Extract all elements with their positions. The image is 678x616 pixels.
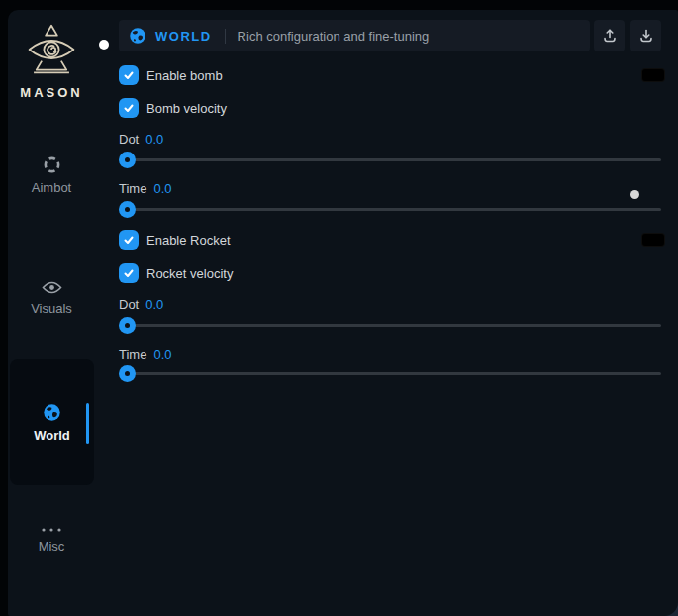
slider-label-rocket-dot: Dot 0.0 (119, 297, 665, 311)
sidebar-item-label: Aimbot (32, 180, 71, 195)
rocket-dot-slider[interactable] (119, 317, 661, 334)
bomb-time-slider[interactable] (119, 201, 661, 218)
page-title: WORLD (155, 29, 212, 44)
page-subtitle: Rich configuration and fine-tuning (238, 29, 430, 44)
slider-name: Time (119, 181, 146, 196)
setting-row-enable-rocket: Enable Rocket (119, 230, 665, 250)
slider-name: Dot (119, 132, 139, 147)
ellipsis-icon (41, 527, 62, 533)
mason-eye-pyramid-icon (23, 24, 80, 75)
brand-logo: MASON (8, 24, 95, 100)
slider-track[interactable] (119, 324, 661, 327)
crosshair-icon (43, 155, 61, 174)
bomb-dot-slider[interactable] (119, 152, 661, 168)
sidebar: MASON Aimbot Visuals World (8, 10, 111, 616)
slider-value: 0.0 (145, 297, 163, 312)
sidebar-item-world[interactable]: World (10, 359, 94, 485)
checkmark-icon (123, 267, 135, 279)
globe-icon (129, 27, 146, 45)
upload-icon (602, 28, 618, 44)
rocket-color-swatch[interactable] (641, 233, 665, 247)
slider-thumb[interactable] (119, 317, 136, 334)
sidebar-item-visuals[interactable]: Visuals (8, 280, 95, 316)
active-tab-indicator (86, 403, 89, 444)
sidebar-item-label: Visuals (31, 301, 72, 316)
page-header: WORLD Rich configuration and fine-tuning (119, 20, 665, 51)
enable-rocket-checkbox[interactable] (119, 230, 139, 250)
slider-track[interactable] (119, 158, 661, 161)
setting-row-bomb-velocity: Bomb velocity (119, 98, 665, 118)
bomb-color-swatch[interactable] (641, 68, 665, 82)
checkbox-label: Bomb velocity (146, 101, 227, 116)
mason-menu-window: MASON Aimbot Visuals World (8, 10, 678, 616)
header-tab-bar[interactable]: WORLD Rich configuration and fine-tuning (119, 20, 590, 51)
header-divider (225, 29, 226, 44)
rocket-time-slider[interactable] (119, 365, 661, 382)
slider-value: 0.0 (145, 132, 163, 147)
checkbox-label: Enable bomb (146, 68, 223, 83)
sidebar-item-misc[interactable]: Misc (8, 527, 95, 554)
setting-row-rocket-velocity: Rocket velocity (119, 263, 665, 283)
slider-name: Time (119, 347, 146, 361)
checkmark-icon (123, 234, 135, 246)
brand-name: MASON (8, 85, 95, 100)
sidebar-item-label: Misc (39, 539, 65, 554)
setting-row-enable-bomb: Enable bomb (119, 65, 665, 85)
slider-label-bomb-time: Time 0.0 (119, 181, 665, 195)
slider-thumb[interactable] (119, 365, 136, 382)
sidebar-item-aimbot[interactable]: Aimbot (8, 155, 95, 195)
slider-name: Dot (119, 297, 139, 312)
slider-label-bomb-dot: Dot 0.0 (119, 132, 665, 146)
checkmark-icon (123, 69, 135, 81)
cursor-dot (99, 40, 109, 50)
download-config-button[interactable] (630, 20, 661, 51)
checkbox-label: Rocket velocity (146, 266, 233, 281)
slider-thumb[interactable] (119, 152, 136, 168)
sidebar-item-label: World (34, 428, 70, 443)
download-icon (638, 28, 654, 44)
checkbox-label: Enable Rocket (146, 233, 231, 248)
slider-track[interactable] (119, 372, 661, 375)
checkmark-icon (123, 102, 135, 114)
slider-value: 0.0 (153, 347, 171, 361)
rocket-velocity-checkbox[interactable] (119, 263, 139, 283)
globe-icon (43, 403, 61, 422)
eye-icon (42, 280, 62, 295)
enable-bomb-checkbox[interactable] (119, 65, 139, 85)
cursor-dot (630, 190, 639, 199)
slider-thumb[interactable] (119, 201, 136, 218)
upload-config-button[interactable] (594, 20, 625, 51)
slider-track[interactable] (119, 208, 661, 211)
bomb-velocity-checkbox[interactable] (119, 98, 139, 118)
slider-value: 0.0 (153, 181, 171, 196)
main-panel: WORLD Rich configuration and fine-tuning (119, 20, 665, 382)
slider-label-rocket-time: Time 0.0 (119, 347, 665, 360)
